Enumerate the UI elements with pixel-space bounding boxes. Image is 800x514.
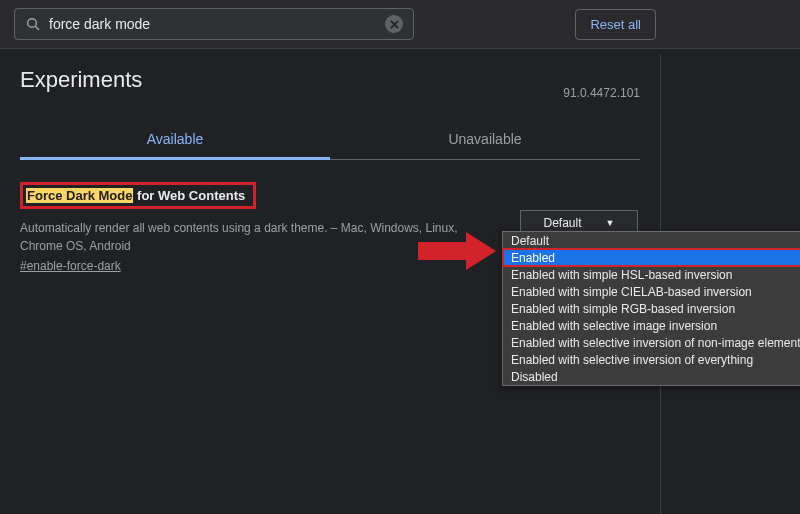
reset-all-button[interactable]: Reset all [575, 9, 656, 40]
search-icon [25, 16, 41, 32]
dropdown-option[interactable]: Default [503, 232, 800, 249]
dropdown-option[interactable]: Enabled with simple CIELAB-based inversi… [503, 283, 800, 300]
svg-line-1 [35, 26, 39, 30]
tab-available[interactable]: Available [20, 119, 330, 159]
page-title: Experiments [20, 67, 640, 93]
select-current-value: Default [544, 216, 582, 230]
clear-search-button[interactable] [385, 15, 403, 33]
svg-point-0 [28, 19, 37, 28]
experiment-title-rest: for Web Contents [133, 188, 245, 203]
dropdown-option[interactable]: Enabled with selective image inversion [503, 317, 800, 334]
tabs: Available Unavailable [20, 119, 640, 160]
top-bar: Reset all [0, 0, 800, 49]
dropdown-option[interactable]: Enabled with selective inversion of ever… [503, 351, 800, 368]
dropdown-option[interactable]: Disabled [503, 368, 800, 385]
tab-unavailable[interactable]: Unavailable [330, 119, 640, 159]
experiment-title-highlight: Force Dark Mode [26, 188, 133, 203]
chevron-down-icon: ▼ [606, 218, 615, 228]
dropdown-option[interactable]: Enabled with simple RGB-based inversion [503, 300, 800, 317]
dropdown-option[interactable]: Enabled with simple HSL-based inversion [503, 266, 800, 283]
close-icon [390, 20, 399, 29]
experiment-description: Automatically render all web contents us… [20, 219, 480, 255]
annotation-arrow [418, 232, 498, 268]
search-input[interactable] [49, 16, 377, 32]
version-label: 91.0.4472.101 [563, 86, 640, 100]
search-box[interactable] [14, 8, 414, 40]
dropdown-option[interactable]: Enabled with selective inversion of non-… [503, 334, 800, 351]
experiment-title: Force Dark Mode for Web Contents [20, 182, 256, 209]
dropdown-option[interactable]: Enabled [503, 249, 800, 266]
experiment-select-dropdown: DefaultEnabledEnabled with simple HSL-ba… [502, 231, 800, 386]
